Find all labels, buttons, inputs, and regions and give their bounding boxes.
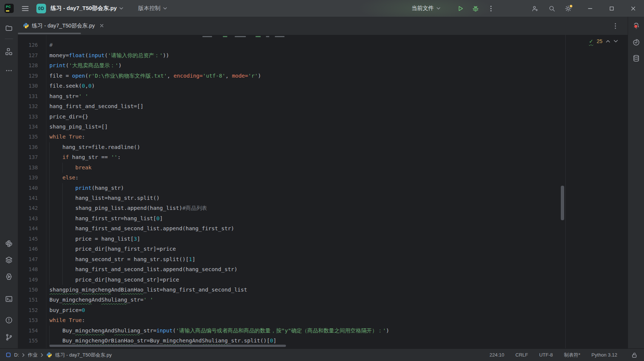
next-problem-button[interactable] xyxy=(614,40,618,43)
line-number: 145 xyxy=(18,234,49,244)
line-number: 131 xyxy=(18,91,49,101)
code-editor[interactable]: 126#127money=float(input('请输入你的总资产：'))12… xyxy=(18,35,628,348)
line-number: 151 xyxy=(18,295,49,305)
settings-button[interactable] xyxy=(562,3,574,14)
inspections-widget[interactable]: ✓ 25 xyxy=(589,37,618,46)
run-button[interactable] xyxy=(455,3,466,14)
code-line[interactable]: 153while True: xyxy=(18,315,628,325)
project-badge[interactable]: 0D xyxy=(36,4,46,13)
project-title: 练习 - day7_T50邵会东.py xyxy=(51,5,117,12)
vertical-scrollbar-thumb[interactable] xyxy=(561,186,564,220)
code-line[interactable]: 130file.seek(0,0) xyxy=(18,81,628,91)
code-line[interactable]: 147 hang_second_str = hang_str.split()[1… xyxy=(18,254,628,264)
code-line[interactable]: 143 hang_first_str=hang_list[0] xyxy=(18,214,628,224)
code-line[interactable]: 146 price_dir[hang_first_str]=price xyxy=(18,244,628,254)
writable-status-button[interactable] xyxy=(631,352,637,358)
breadcrumb-folder[interactable]: 作业 xyxy=(28,352,38,358)
code-text: price_dir={} xyxy=(49,112,88,122)
previous-problem-button[interactable] xyxy=(606,40,610,43)
code-line[interactable]: 131hang_str=' ' xyxy=(18,91,628,101)
line-number: 141 xyxy=(18,193,49,203)
more-actions-button[interactable] xyxy=(485,3,497,14)
line-number: 134 xyxy=(18,122,49,132)
inspection-count: 25 xyxy=(596,38,602,44)
code-line[interactable]: 133price_dir={} xyxy=(18,112,628,122)
code-line[interactable]: 134shang_ping_list=[] xyxy=(18,122,628,132)
project-tool-button[interactable] xyxy=(3,22,15,35)
user-plus-icon xyxy=(531,5,539,12)
breadcrumb-file[interactable]: 练习 - day7_T50邵会东.py xyxy=(55,352,112,358)
code-with-me-button[interactable] xyxy=(529,3,541,14)
structure-tool-button[interactable] xyxy=(3,45,15,58)
indent-style[interactable]: 制表符* xyxy=(564,352,580,358)
run-configuration-widget[interactable]: 当前文件 xyxy=(412,0,440,17)
minimize-button[interactable] xyxy=(579,0,601,17)
tabs-more-button[interactable] xyxy=(611,21,620,31)
ai-assistant-button[interactable] xyxy=(630,36,643,49)
code-line[interactable]: 140 print(hang_str) xyxy=(18,183,628,193)
code-line[interactable]: 142 shang_ping_list.append(hang_list)#商品… xyxy=(18,203,628,213)
code-text: # xyxy=(49,40,53,50)
search-icon xyxy=(549,5,555,12)
tab-close-icon[interactable] xyxy=(100,24,104,27)
code-line[interactable]: 149 price_dir[hang_second_str]=price xyxy=(18,275,628,285)
code-line[interactable]: 132hang_first_and_second_list=[] xyxy=(18,101,628,111)
line-separator[interactable]: CRLF xyxy=(515,352,528,358)
horizontal-scrollbar-thumb[interactable] xyxy=(49,345,286,347)
problems-button[interactable] xyxy=(3,314,15,326)
tab-scrollbar[interactable] xyxy=(18,33,81,34)
more-tool-windows-button[interactable] xyxy=(3,64,15,77)
caret-position[interactable]: 224:10 xyxy=(489,352,504,358)
line-number: 147 xyxy=(18,254,49,264)
code-line[interactable]: 144 hang_first_and_second_list.append(ha… xyxy=(18,224,628,234)
code-line[interactable]: 129file = open(r'D:\作业\购物车文件版.txt', enco… xyxy=(18,71,628,81)
version-control-button[interactable] xyxy=(3,331,15,344)
notification-dot xyxy=(634,24,638,29)
code-line[interactable]: 135while True: xyxy=(18,132,628,142)
line-number: 135 xyxy=(18,132,49,142)
python-interpreter[interactable]: Python 3.12 xyxy=(592,352,617,358)
code-line[interactable]: 136 hang_str=file.readline() xyxy=(18,142,628,152)
code-line[interactable]: 128print('大甩卖商品显示：') xyxy=(18,61,628,71)
services-button[interactable] xyxy=(3,254,15,266)
database-button[interactable] xyxy=(630,52,643,65)
bell-icon xyxy=(632,22,640,30)
code-text: break xyxy=(49,163,92,173)
file-encoding[interactable]: UTF-8 xyxy=(539,352,553,358)
chevron-down-icon xyxy=(163,7,167,10)
code-line[interactable]: 126# xyxy=(18,40,628,50)
search-everywhere-button[interactable] xyxy=(546,3,558,14)
close-button[interactable] xyxy=(622,0,644,17)
code-text: money=float(input('请输入你的总资产：')) xyxy=(49,51,169,61)
code-line[interactable]: 154 Buy_mingchengAndShuliang_str=input('… xyxy=(18,326,628,336)
debug-button[interactable] xyxy=(469,3,481,14)
code-line[interactable]: 139 else: xyxy=(18,173,628,183)
python-packages-button[interactable] xyxy=(3,237,15,250)
vcs-widget[interactable]: 版本控制 xyxy=(138,0,167,17)
line-number: 143 xyxy=(18,214,49,224)
breadcrumb-drive[interactable]: D: xyxy=(14,352,19,358)
code-line[interactable]: 145 price = hang_list[3] xyxy=(18,234,628,244)
line-number: 136 xyxy=(18,142,49,152)
terminal-button[interactable] xyxy=(3,293,15,305)
code-line[interactable]: 137 if hang_str == '': xyxy=(18,152,628,162)
code-text: hang_str=' ' xyxy=(49,91,88,101)
code-line[interactable]: 151Buy_mingchengAndShuliang_str=' ' xyxy=(18,295,628,305)
code-text: hang_first_and_second_list.append(hang_f… xyxy=(49,224,234,234)
editor-area: 练习 - day7_T50邵会东.py 126#12 xyxy=(18,17,628,348)
line-number: 154 xyxy=(18,326,49,336)
notifications-button[interactable] xyxy=(630,20,643,32)
code-line[interactable]: 127money=float(input('请输入你的总资产：')) xyxy=(18,51,628,61)
maximize-button[interactable] xyxy=(601,0,622,17)
file-tab[interactable]: 练习 - day7_T50邵会东.py xyxy=(18,17,109,35)
code-line[interactable]: 152buy_price=0 xyxy=(18,305,628,315)
code-line[interactable]: 150shangping_mingchengAndBianHao_list=ha… xyxy=(18,285,628,295)
code-text: print('大甩卖商品显示：') xyxy=(49,61,122,71)
project-widget[interactable]: 练习 - day7_T50邵会东.py xyxy=(51,0,123,17)
code-line[interactable]: 148 hang_first_and_second_list.append(ha… xyxy=(18,264,628,274)
run-tool-window-button[interactable] xyxy=(3,270,15,283)
main-menu-button[interactable] xyxy=(19,3,31,14)
code-line[interactable] xyxy=(18,35,628,40)
code-line[interactable]: 141 hang_list=hang_str.split() xyxy=(18,193,628,203)
code-line[interactable]: 138 break xyxy=(18,163,628,173)
